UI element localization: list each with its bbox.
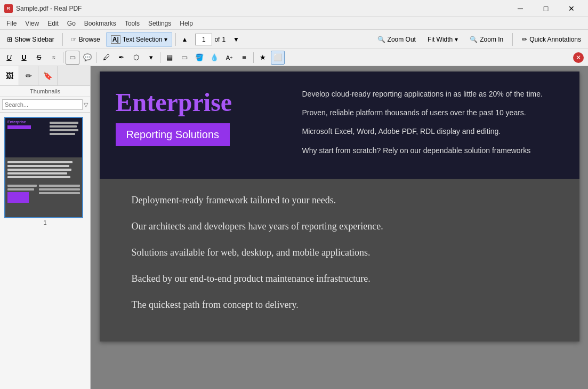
menu-help[interactable]: Help (175, 18, 197, 29)
titlebar: R Sample.pdf - Real PDF ─ □ ✕ (0, 0, 588, 17)
thumb-header: Enterprise (5, 118, 82, 157)
sidebar-search: ▽ (0, 97, 90, 113)
text-selection-dropdown-icon[interactable]: ▾ (164, 36, 167, 43)
text-selection-label: Text Selection (123, 36, 163, 43)
thumbnail-img-1: Enterprise (4, 117, 83, 218)
shapes-button[interactable]: ⬡ (129, 51, 143, 65)
browse-button[interactable]: ☞ Browse (66, 32, 105, 47)
toolbar2-separator1 (63, 52, 63, 63)
menu-tools[interactable]: Tools (120, 18, 144, 29)
close-toolbar-button[interactable]: ✕ (573, 52, 584, 63)
maximize-button[interactable]: □ (534, 0, 558, 17)
titlebar-left: R Sample.pdf - Real PDF (4, 4, 82, 13)
sidebar-icon: ⊞ (7, 36, 12, 43)
sidebar-search-input[interactable] (2, 99, 83, 110)
pdf-page: Enterprise Reporting Solutions Develop c… (100, 72, 579, 342)
toolbar2: U U S ≈ ▭ 💬 🖊 ✒ ⬡ ▾ ▤ ▭ 🪣 💧 A+ ≡ ★ ⬜ ✕ (0, 49, 588, 66)
line-color-button[interactable]: 💧 (207, 51, 221, 65)
body-item-2: Our architects and developers have years… (132, 221, 547, 232)
show-sidebar-label: Show Sidebar (14, 36, 54, 43)
text-box-button[interactable]: ▤ (163, 51, 176, 65)
quick-annotations-icon: ✏ (522, 36, 527, 43)
sidebar-tab-thumbnails[interactable]: 🖼 (0, 66, 19, 85)
underline2-tool-button[interactable]: U (17, 51, 31, 65)
page-of-label: of (214, 36, 220, 43)
menu-view[interactable]: View (21, 18, 43, 29)
rect-outline-button[interactable]: ▭ (178, 51, 191, 65)
titlebar-title: Sample.pdf - Real PDF (16, 5, 82, 12)
next-page-button[interactable]: ▼ (231, 35, 241, 44)
strikethrough-tool-button[interactable]: S (32, 51, 46, 65)
browse-label: Browse (79, 36, 100, 43)
thumb-content-1: Enterprise (5, 118, 82, 217)
sidebar-filter-button[interactable]: ▽ (84, 101, 88, 108)
text-selection-icon: A| (111, 35, 120, 44)
squiggly-tool-button[interactable]: ≈ (47, 51, 61, 65)
browse-icon: ☞ (71, 36, 77, 43)
pdf-area[interactable]: Enterprise Reporting Solutions Develop c… (91, 66, 588, 389)
properties-button[interactable]: ≡ (237, 51, 251, 65)
page-nav: of 1 (195, 34, 225, 45)
pdf-header-right: Develop cloud-ready reporting applicatio… (302, 88, 563, 163)
pen-button[interactable]: ✒ (114, 51, 128, 65)
prev-page-button[interactable]: ▲ (179, 35, 190, 44)
feature-1: Develop cloud-ready reporting applicatio… (302, 88, 563, 101)
menu-bookmarks[interactable]: Bookmarks (80, 18, 120, 29)
app-icon: R (4, 4, 13, 13)
pdf-body: Deployment-ready framework tailored to y… (100, 179, 579, 342)
fit-width-dropdown-icon[interactable]: ▾ (455, 36, 458, 43)
thumbnail-area: Enterprise (0, 113, 90, 389)
menu-go[interactable]: Go (63, 18, 80, 29)
toolbar2-separator3 (160, 52, 160, 63)
toolbar-separator (62, 33, 63, 46)
thumb-body (5, 157, 82, 217)
enterprise-title: Enterprise (116, 88, 286, 117)
shapes-dropdown-button[interactable]: ▾ (144, 51, 158, 65)
show-sidebar-button[interactable]: ⊞ Show Sidebar (2, 32, 59, 47)
fit-width-button[interactable]: Fit Width ▾ (423, 32, 463, 47)
zoom-in-button[interactable]: 🔍 Zoom In (465, 32, 508, 47)
sticky-note-button[interactable]: 💬 (80, 51, 94, 65)
text-selection-button[interactable]: A| Text Selection ▾ (106, 32, 173, 47)
close-button[interactable]: ✕ (559, 0, 584, 17)
menu-file[interactable]: File (2, 18, 21, 29)
body-item-1: Deployment-ready framework tailored to y… (132, 195, 547, 206)
underline-tool-button[interactable]: U (2, 51, 16, 65)
page-total: 1 (222, 36, 225, 43)
thumbnail-page-1[interactable]: Enterprise (4, 117, 86, 226)
pdf-header: Enterprise Reporting Solutions Develop c… (100, 72, 579, 179)
sidebar-tab-bookmarks[interactable]: 🔖 (38, 66, 58, 85)
pdf-header-left: Enterprise Reporting Solutions (116, 88, 286, 163)
menu-edit[interactable]: Edit (43, 18, 63, 29)
sidebar: 🖼 ✏ 🔖 Thumbnails ▽ Enterprise (0, 66, 91, 389)
menubar: File View Edit Go Bookmarks Tools Settin… (0, 17, 588, 30)
zoom-out-button[interactable]: 🔍 Zoom Out (373, 32, 421, 47)
bookmark-button[interactable]: ★ (256, 51, 270, 65)
titlebar-controls: ─ □ ✕ (508, 0, 584, 17)
highlight-button[interactable]: 🖊 (99, 51, 113, 65)
font-size-button[interactable]: A+ (222, 51, 236, 65)
quick-annotations-button[interactable]: ✏ Quick Annotations (517, 32, 586, 47)
body-item-3: Solutions available for web, desktop, an… (132, 247, 547, 258)
zoom-out-icon: 🔍 (377, 36, 385, 43)
area-select-button[interactable]: ▭ (66, 51, 79, 65)
feature-2: Proven, reliable platform thousands of u… (302, 106, 563, 120)
zoom-controls: 🔍 Zoom Out Fit Width ▾ 🔍 Zoom In ✏ Quick… (373, 32, 586, 47)
reporting-badge: Reporting Solutions (116, 123, 230, 146)
sidebar-tab-annotations[interactable]: ✏ (19, 66, 38, 85)
thumbnail-page-number-1: 1 (4, 219, 86, 226)
toolbar2-separator2 (96, 52, 97, 63)
toolbar1: ⊞ Show Sidebar ☞ Browse A| Text Selectio… (0, 30, 588, 49)
fill-color-button[interactable]: 🪣 (192, 51, 206, 65)
menu-settings[interactable]: Settings (144, 18, 175, 29)
main-area: 🖼 ✏ 🔖 Thumbnails ▽ Enterprise (0, 66, 588, 389)
eraser-button[interactable]: ⬜ (271, 51, 285, 65)
feature-3: Microsoft Excel, Word, Adobe PDF, RDL di… (302, 125, 563, 138)
feature-4: Why start from scratch? Rely on our depe… (302, 144, 563, 157)
body-item-5: The quickest path from concept to delive… (132, 299, 547, 311)
body-item-4: Backed by our end-to-end product mainten… (132, 273, 547, 284)
toolbar-separator2 (175, 33, 176, 46)
minimize-button[interactable]: ─ (508, 0, 533, 17)
page-number-input[interactable] (195, 34, 212, 45)
toolbar2-separator4 (253, 52, 254, 63)
